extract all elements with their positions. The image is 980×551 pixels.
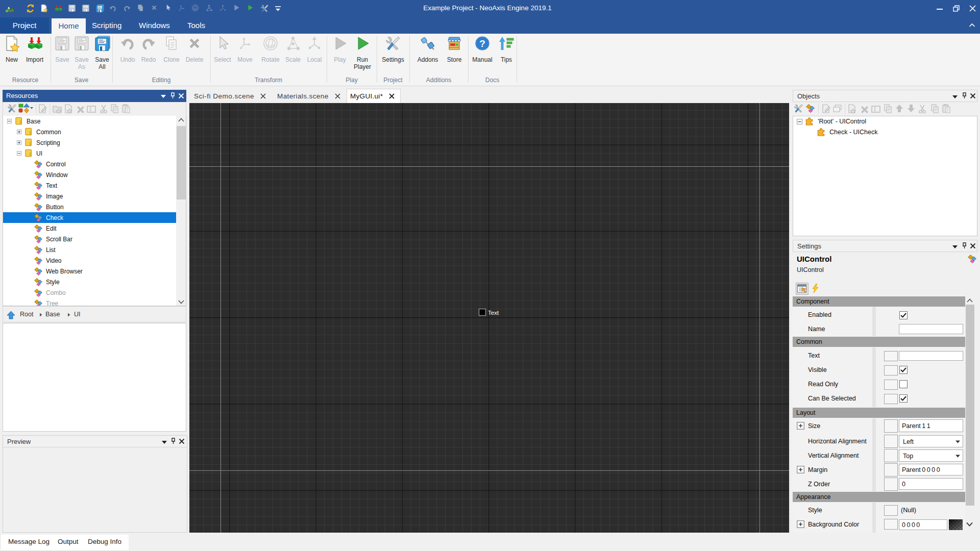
svg-text:?: ? <box>479 38 485 49</box>
svg-text:Text: Text <box>488 310 499 316</box>
